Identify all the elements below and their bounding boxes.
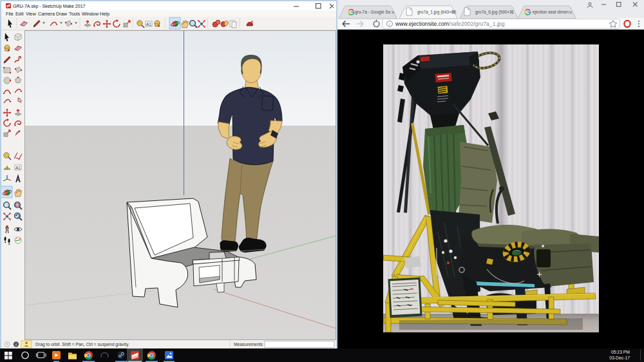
svg-text:✕: ✕: [391, 10, 395, 15]
svg-text:Drag to orbit. Shift = Pan, Ct: Drag to orbit. Shift = Pan, Ctrl = suspe…: [35, 342, 129, 347]
svg-text:✕: ✕: [509, 10, 513, 15]
svg-text:ejection seat dimen: ejection seat dimen: [533, 10, 569, 15]
svg-text:i: i: [15, 342, 17, 347]
svg-text:gru-7a - Google Se: gru-7a - Google Se: [355, 10, 391, 15]
svg-text:gru7a_1.jpg (643×85: gru7a_1.jpg (643×85: [417, 10, 457, 15]
svg-text:✕: ✕: [451, 10, 455, 15]
svg-text:Measurements: Measurements: [234, 342, 263, 347]
svg-text:www.ejectionsite.com/safe2002/: www.ejectionsite.com/safe2002/gru7a_1.jp…: [395, 21, 505, 27]
svg-text:i: i: [389, 22, 390, 27]
svg-text:gru7a_6.jpg (590×71: gru7a_6.jpg (590×71: [475, 10, 515, 15]
svg-text:✕: ✕: [569, 10, 573, 15]
